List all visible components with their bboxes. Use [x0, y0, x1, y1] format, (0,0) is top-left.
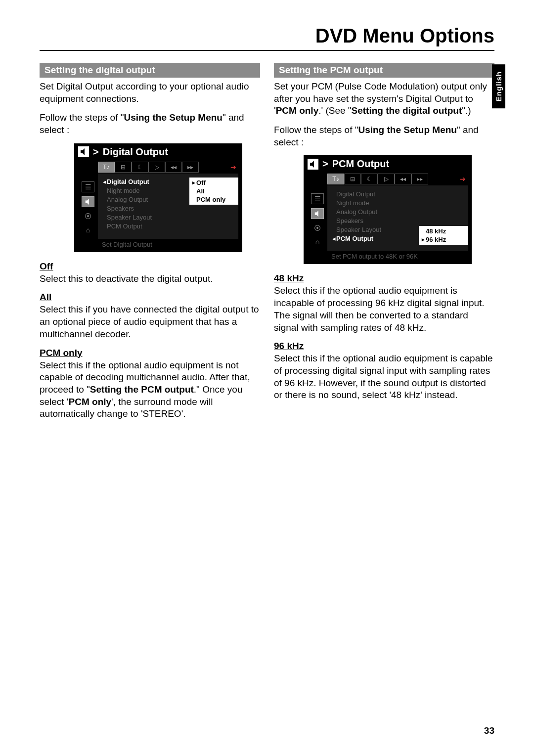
osd-tabbar: T♪ ⊟ ☾ ▷ ◂◂ ▸▸ ➔ — [78, 161, 238, 174]
osd-menu-row[interactable]: ◂PCM Output — [331, 234, 419, 243]
svg-marker-2 — [310, 161, 314, 168]
osd-option[interactable]: ▸PCM only — [190, 195, 237, 204]
left-column: Setting the digital output Set Digital O… — [40, 63, 260, 427]
osd-title-bar: > PCM Output — [304, 155, 472, 173]
svg-marker-3 — [315, 211, 318, 217]
osd-tab-5[interactable]: ◂◂ — [395, 174, 411, 184]
subhead-all: All — [40, 292, 260, 303]
osd-tabbar: T♪ ⊟ ☾ ▷ ◂◂ ▸▸ ➔ — [308, 173, 468, 185]
osd-menu-row[interactable]: Speaker Layout — [102, 213, 189, 222]
osd-title-text: Digital Output — [103, 146, 168, 158]
sb-icon-3[interactable]: ⦿ — [312, 223, 323, 233]
sb-icon-3[interactable]: ⦿ — [82, 211, 94, 221]
section-bar-pcm: Setting the PCM output — [274, 63, 494, 78]
svg-marker-0 — [81, 148, 85, 155]
osd-menu-row[interactable]: Digital Output — [331, 189, 419, 198]
osd-title-bar: > Digital Output — [74, 143, 242, 161]
content-columns: Setting the digital output Set Digital O… — [40, 63, 494, 427]
osd-sidebar: ☰ ⦿ ⌂ — [78, 174, 98, 239]
osd-tab-4[interactable]: ▷ — [148, 162, 165, 173]
osd-menu-row[interactable]: PCM Output — [102, 222, 189, 231]
osd-helper-text: Set PCM output to 48K or 96K — [308, 251, 468, 260]
digital-intro: Set Digital Output according to your opt… — [40, 81, 260, 105]
osd-arrow-icon: ➔ — [460, 175, 468, 183]
sb-icon-1[interactable]: ☰ — [82, 181, 94, 192]
osd-tab-5[interactable]: ◂◂ — [165, 162, 182, 173]
body-pcm-only: Select this if the optional audio equipm… — [40, 359, 260, 420]
digital-follow: Follow the steps of "Using the Setup Men… — [40, 112, 260, 136]
osd-tab-6[interactable]: ▸▸ — [411, 174, 428, 184]
osd-options: ▸48 kHz ▸96 kHz — [419, 226, 468, 245]
sb-icon-4[interactable]: ⌂ — [82, 225, 94, 235]
osd-menu-row[interactable]: Speakers — [331, 216, 419, 225]
sb-icon-2[interactable] — [82, 196, 94, 207]
osd-tab-2[interactable]: ⊟ — [115, 162, 132, 173]
osd-option[interactable]: ▸48 kHz — [420, 227, 467, 235]
osd-options: ▸Off ▸All ▸PCM only — [189, 178, 238, 205]
speaker-icon — [78, 146, 89, 157]
osd-menu-row[interactable]: Night mode — [331, 198, 419, 207]
osd-option[interactable]: ▸96 kHz — [420, 235, 467, 244]
osd-tab-1[interactable]: T♪ — [327, 174, 344, 184]
osd-option[interactable]: ▸Off — [190, 178, 237, 187]
osd-menu-row[interactable]: Speakers — [102, 204, 189, 213]
follow-bold: Using the Setup Menu — [124, 112, 222, 123]
osd-arrow-icon: ➔ — [230, 163, 238, 171]
pcm-intro: Set your PCM (Pulse Code Modulation) out… — [274, 81, 494, 117]
section-bar-digital: Setting the digital output — [40, 63, 260, 78]
osd-menu: ◂Digital Output Night mode Analog Output… — [98, 174, 189, 239]
sb-icon-4[interactable]: ⌂ — [312, 237, 323, 247]
right-column: Setting the PCM output Set your PCM (Pul… — [274, 63, 494, 427]
osd-tab-3[interactable]: ☾ — [132, 162, 148, 173]
sb-icon-2[interactable] — [311, 208, 324, 219]
osd-menu: Digital Output Night mode Analog Output … — [327, 185, 419, 251]
subhead-pcm-only: PCM only — [40, 348, 260, 358]
osd-pcm-output: > PCM Output T♪ ⊟ ☾ ▷ ◂◂ ▸▸ ➔ — [304, 155, 472, 264]
osd-menu-row[interactable]: Analog Output — [102, 195, 189, 204]
speaker-icon — [308, 159, 318, 170]
osd-body: T♪ ⊟ ☾ ▷ ◂◂ ▸▸ ➔ ☰ — [304, 173, 472, 264]
body-off: Select this to deactivate the digital ou… — [40, 273, 260, 285]
page-title: DVD Menu Options — [40, 25, 494, 47]
osd-tab-3[interactable]: ☾ — [361, 174, 378, 184]
title-rule — [40, 50, 494, 51]
osd-menu-row[interactable]: ◂Digital Output — [102, 178, 189, 186]
body-all: Select this if you have connected the di… — [40, 304, 260, 340]
osd-sidebar: ☰ ⦿ ⌂ — [308, 185, 327, 251]
osd-menu-row[interactable]: Speaker Layout — [331, 225, 419, 234]
svg-marker-1 — [86, 199, 89, 205]
subhead-off: Off — [40, 261, 260, 272]
osd-option[interactable]: ▸All — [190, 187, 237, 195]
pcm-follow: Follow the steps of "Using the Setup Men… — [274, 124, 494, 148]
osd-main: ☰ ⦿ ⌂ Digital Output Night mode Analog O… — [308, 185, 468, 251]
osd-menu-row[interactable]: Night mode — [102, 186, 189, 195]
body-96khz: Select this if the optional audio equipm… — [274, 353, 494, 401]
subhead-96khz: 96 kHz — [274, 341, 494, 352]
follow-pre: Follow the steps of " — [40, 112, 124, 123]
page-number: 33 — [484, 725, 494, 736]
osd-title-text: PCM Output — [332, 158, 390, 170]
language-tab: English — [492, 64, 505, 108]
body-48khz: Select this if the optional audio equipm… — [274, 285, 494, 334]
osd-body: T♪ ⊟ ☾ ▷ ◂◂ ▸▸ ➔ ☰ — [74, 161, 242, 252]
osd-main: ☰ ⦿ ⌂ ◂Digital Output Night mode Analog … — [78, 174, 238, 239]
osd-tab-4[interactable]: ▷ — [378, 174, 395, 184]
osd-tab-6[interactable]: ▸▸ — [182, 162, 199, 173]
sb-icon-1[interactable]: ☰ — [311, 193, 324, 204]
arrow-sep: > — [322, 158, 328, 170]
arrow-sep: > — [93, 146, 99, 158]
osd-tab-1[interactable]: T♪ — [98, 162, 115, 173]
osd-tab-2[interactable]: ⊟ — [344, 174, 361, 184]
osd-helper-text: Set Digital Output — [78, 239, 238, 248]
osd-digital-output: > Digital Output T♪ ⊟ ☾ ▷ ◂◂ ▸▸ ➔ — [74, 143, 242, 252]
osd-menu-row[interactable]: Analog Output — [331, 207, 419, 216]
subhead-48khz: 48 kHz — [274, 273, 494, 284]
